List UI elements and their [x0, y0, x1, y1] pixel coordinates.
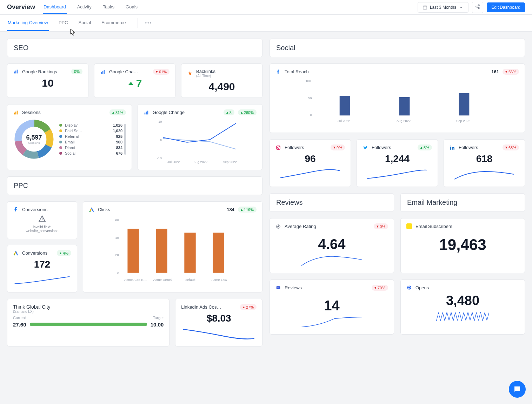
facebook-icon	[275, 69, 281, 75]
ig-followers-card[interactable]: Followers ▾ 9% 96	[270, 139, 351, 187]
rating-icon	[275, 224, 281, 229]
nav-activity[interactable]: Activity	[77, 1, 92, 14]
clicks-card[interactable]: Clicks 184 ▴ 119% 60 40 20 0 Acme Auto B…	[83, 201, 262, 292]
subnav-marketing[interactable]: Marketing Overview	[7, 15, 49, 31]
fb-conversions-card[interactable]: Conversions invalid field: website_conve…	[7, 201, 77, 239]
svg-text:default: default	[185, 278, 195, 282]
subnav-ecommerce[interactable]: Ecommerce	[101, 15, 126, 31]
svg-text:0: 0	[117, 271, 119, 275]
card-title: Google Cha…	[109, 69, 149, 74]
avg-rating-card[interactable]: Average Rating ▾ 0% 4.64	[270, 218, 394, 273]
change-badge: ▾ 61%	[153, 69, 169, 75]
card-title: Average Rating	[285, 224, 370, 229]
card-title: Google Change	[153, 110, 220, 115]
svg-text:Sep 2022: Sep 2022	[223, 160, 237, 164]
chevron-down-icon	[458, 5, 464, 10]
share-button[interactable]	[472, 2, 483, 13]
bar-chart-icon	[13, 69, 19, 74]
svg-rect-40	[213, 233, 224, 273]
change-badge: ▾ 56%	[503, 69, 519, 75]
nav-goals[interactable]: Goals	[125, 1, 138, 14]
ppc-title: PPC	[14, 182, 256, 190]
legend-row: Direct834	[59, 145, 126, 150]
ppc-section-header: PPC	[7, 176, 262, 195]
followers-row: Followers ▾ 9% 96 Followers ▴ 5% 1,244 F	[270, 139, 525, 187]
svg-rect-5	[15, 70, 16, 73]
li-followers-card[interactable]: Followers ▾ 63% 618	[444, 139, 525, 187]
metric-value: 1,244	[363, 153, 432, 164]
svg-point-32	[89, 210, 91, 212]
sparkline	[363, 168, 432, 181]
change-badge: ▴ 260%	[238, 109, 257, 115]
metric-value: 10	[13, 77, 82, 89]
more-icon[interactable]: •••	[138, 18, 154, 28]
linkedin-icon	[450, 145, 455, 150]
svg-point-58	[450, 146, 451, 146]
goal-progress-card[interactable]: Think Global City (Samand LX) Current Ta…	[7, 299, 169, 346]
google-ads-icon	[13, 250, 19, 256]
google-change-small-card[interactable]: Google Cha… ▾ 61% 7	[94, 63, 175, 98]
metric-value: 172	[13, 259, 71, 270]
progress-bar	[30, 323, 147, 326]
email-opens-card[interactable]: Opens 3,480	[400, 280, 525, 335]
card-title: Followers	[285, 145, 327, 150]
svg-rect-10	[14, 113, 15, 114]
sub-nav: Marketing Overview PPC Social Ecommerce …	[0, 15, 532, 32]
google-conversions-card[interactable]: Conversions ▴ 4% 172	[7, 245, 77, 292]
dashboard-grid: SEO Google Rankings 0% 10 Google Cha… ▾ …	[0, 32, 532, 354]
bar-chart-icon	[13, 110, 19, 115]
svg-rect-0	[423, 6, 427, 9]
nav-tasks[interactable]: Tasks	[102, 1, 115, 14]
subnav-social[interactable]: Social	[78, 15, 92, 31]
bar-chart: 100 50 0 Jul 2022 Aug 2022 Sep 2022	[275, 78, 519, 127]
star-icon	[187, 70, 193, 76]
card-title: Reviews	[285, 285, 368, 290]
sparkline	[450, 168, 519, 181]
total-reach-card[interactable]: Total Reach 161 ▾ 56% 100 50 0 Jul 2022 …	[270, 63, 525, 133]
metric-total: 184	[227, 207, 234, 212]
date-range-label: Last 3 Months	[430, 5, 456, 10]
sessions-donut-chart: 6,597 Sessions	[13, 118, 55, 160]
reviews-count-card[interactable]: Reviews ▾ 70% 14	[270, 280, 394, 335]
instagram-icon	[275, 145, 281, 150]
sparkline	[181, 328, 257, 340]
scrollbar[interactable]	[124, 124, 126, 155]
seo-metric-row: Google Rankings 0% 10 Google Cha… ▾ 61% …	[7, 63, 262, 98]
share-icon	[475, 4, 480, 10]
svg-rect-22	[147, 110, 148, 114]
edit-dashboard-button[interactable]: Edit Dashboard	[487, 2, 525, 12]
svg-point-3	[478, 7, 480, 9]
google-change-chart-card[interactable]: Google Change ▴ 8 ▴ 260% 10 0 -10 Jul 20…	[138, 104, 262, 170]
tw-followers-card[interactable]: Followers ▴ 5% 1,244	[357, 139, 438, 187]
email-subscribers-card[interactable]: Email Subscribers 19,463	[400, 218, 525, 273]
target-value: 10.00	[151, 322, 164, 328]
legend-row: Paid Se…1,020	[59, 128, 126, 134]
nav-dashboard[interactable]: Dashboard	[43, 1, 67, 14]
mailchimp-icon	[406, 223, 412, 229]
card-subtitle: (All Time)	[196, 74, 257, 78]
linkedin-cost-card[interactable]: LinkedIn Ads Cos… ▴ 27% $8.03	[175, 299, 262, 346]
card-title: Email Subscribers	[415, 224, 519, 229]
sparkline	[275, 168, 345, 181]
ppc-row: Conversions invalid field: website_conve…	[7, 201, 262, 292]
sessions-card[interactable]: Sessions ▴ 31%	[7, 104, 132, 170]
card-title: Opens	[415, 285, 519, 290]
svg-text:Jul 2022: Jul 2022	[338, 119, 350, 123]
backlinks-card[interactable]: Backlinks (All Time) 4,490	[181, 63, 262, 98]
google-rankings-card[interactable]: Google Rankings 0% 10	[7, 63, 88, 98]
email-section-header: Email Marketing	[400, 193, 525, 212]
change-badge: ▾ 0%	[374, 223, 388, 229]
svg-text:Acme Auto B…: Acme Auto B…	[124, 278, 147, 282]
metric-value: 618	[450, 153, 519, 164]
metric-value: 19,463	[406, 236, 519, 254]
svg-rect-39	[184, 233, 195, 273]
date-range-selector[interactable]: Last 3 Months	[418, 2, 468, 13]
bar-chart-icon	[144, 110, 149, 115]
subnav-ppc[interactable]: PPC	[58, 15, 69, 31]
twitter-icon	[363, 145, 368, 150]
social-section-header: Social	[270, 39, 525, 57]
metric-value: 14	[275, 298, 388, 314]
card-title: Google Rankings	[22, 69, 68, 74]
seo-charts-row: Sessions ▴ 31%	[7, 104, 262, 170]
left-col: SEO Google Rankings 0% 10 Google Cha… ▾ …	[7, 39, 262, 346]
